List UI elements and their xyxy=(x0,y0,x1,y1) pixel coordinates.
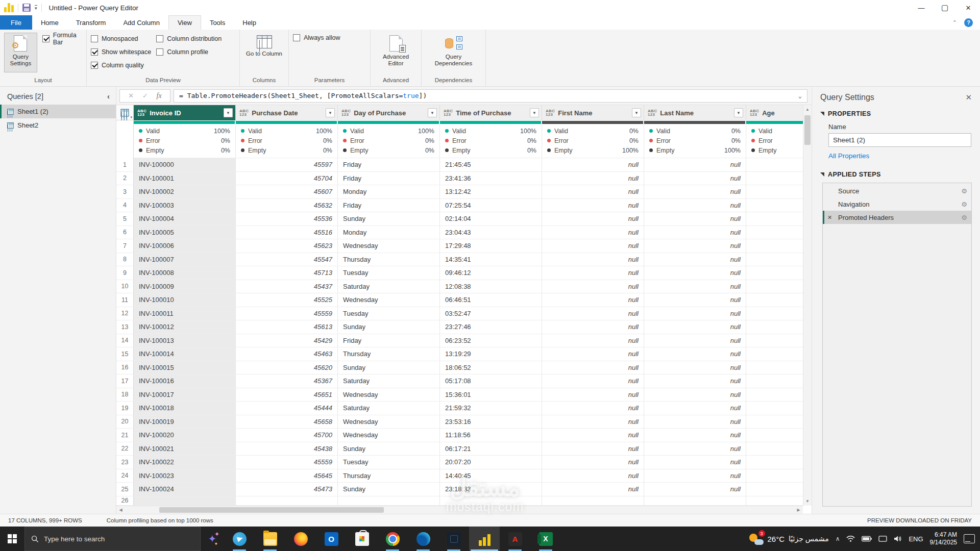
cell[interactable]: 21:59:32 xyxy=(440,402,542,415)
cell[interactable] xyxy=(746,388,803,402)
cell[interactable]: Monday xyxy=(338,226,440,240)
cell[interactable]: 02:14:04 xyxy=(440,212,542,226)
row-number[interactable]: 4 xyxy=(116,199,134,213)
cell[interactable]: 45651 xyxy=(236,388,338,402)
cell[interactable]: null xyxy=(542,388,644,402)
cell[interactable]: 45559 xyxy=(236,456,338,469)
collapse-section-icon[interactable] xyxy=(820,172,824,177)
cell[interactable]: Tuesday xyxy=(338,266,440,280)
tab-transform[interactable]: Transform xyxy=(67,15,115,30)
cell[interactable]: 09:46:12 xyxy=(440,266,542,280)
cell[interactable]: null xyxy=(644,266,746,280)
row-number[interactable]: 2 xyxy=(116,172,134,186)
all-properties-link[interactable]: All Properties xyxy=(828,152,972,160)
cell[interactable]: 45713 xyxy=(236,266,338,280)
cell[interactable]: null xyxy=(542,226,644,240)
cell[interactable]: 45429 xyxy=(236,334,338,348)
cell[interactable]: null xyxy=(542,239,644,253)
tab-help[interactable]: Help xyxy=(234,15,265,30)
data-type-icon[interactable]: ABC123 xyxy=(750,109,759,117)
data-type-icon[interactable]: ABC123 xyxy=(648,109,657,117)
cell[interactable]: Saturday xyxy=(338,374,440,388)
taskbar-icon-explorer[interactable] xyxy=(255,527,285,551)
cell[interactable]: INV-100023 xyxy=(134,469,236,483)
cell[interactable] xyxy=(440,496,542,506)
cell[interactable] xyxy=(746,226,803,240)
taskbar-icon-telegram[interactable] xyxy=(224,527,255,551)
cell[interactable]: INV-100014 xyxy=(134,347,236,361)
tab-tools[interactable]: Tools xyxy=(201,15,234,30)
taskbar-clock[interactable]: 6:47 AM 9/14/2025 xyxy=(930,531,957,546)
cell[interactable]: 03:52:47 xyxy=(440,307,542,321)
cell[interactable]: null xyxy=(644,320,746,334)
row-number[interactable]: 19 xyxy=(116,402,134,415)
cell[interactable]: Tuesday xyxy=(338,307,440,321)
tab-view[interactable]: View xyxy=(168,15,201,30)
action-center-icon[interactable] xyxy=(964,534,975,543)
cell[interactable]: INV-100007 xyxy=(134,253,236,267)
data-type-icon[interactable]: ABC123 xyxy=(341,109,351,117)
collapse-pane-icon[interactable]: ‹ xyxy=(107,92,110,101)
cell[interactable]: Saturday xyxy=(338,402,440,415)
cell[interactable] xyxy=(236,496,338,506)
cell[interactable]: 11:18:56 xyxy=(440,429,542,442)
cell[interactable]: 23:41:36 xyxy=(440,172,542,186)
cell[interactable]: 45367 xyxy=(236,374,338,388)
cell[interactable]: null xyxy=(542,374,644,388)
always-allow-checkbox[interactable]: Always allow xyxy=(293,33,340,43)
cell[interactable]: 45658 xyxy=(236,415,338,429)
cell[interactable]: 20:07:20 xyxy=(440,456,542,469)
cell[interactable]: INV-100021 xyxy=(134,442,236,456)
filter-dropdown-icon[interactable]: ▼ xyxy=(530,108,539,117)
row-number[interactable]: 15 xyxy=(116,347,134,361)
cell[interactable] xyxy=(746,280,803,294)
cell[interactable]: 45700 xyxy=(236,429,338,442)
applied-step-promoted-headers[interactable]: ✕Promoted Headers⚙ xyxy=(823,211,971,224)
cell[interactable]: 45444 xyxy=(236,402,338,415)
close-pane-icon[interactable]: ✕ xyxy=(965,93,972,102)
cell[interactable]: 06:17:21 xyxy=(440,442,542,456)
show-whitespace-checkbox[interactable]: Show whitespace xyxy=(91,47,151,57)
column-distribution-checkbox[interactable]: Column distribution xyxy=(156,34,222,44)
cell[interactable]: 17:29:48 xyxy=(440,239,542,253)
cell[interactable]: Sunday xyxy=(338,212,440,226)
column-header-purchase-date[interactable]: ABC123Purchase Date▼ xyxy=(236,105,338,120)
cell[interactable] xyxy=(746,307,803,321)
taskbar-icon-acrobat[interactable]: A xyxy=(500,527,530,551)
cell[interactable]: null xyxy=(644,253,746,267)
expand-formula-icon[interactable]: ⌄ xyxy=(793,92,802,99)
cell[interactable]: null xyxy=(644,158,746,172)
taskbar-icon-outlook[interactable]: O xyxy=(316,527,347,551)
cell[interactable]: 13:19:29 xyxy=(440,347,542,361)
taskbar-icon-powerbi[interactable] xyxy=(469,527,500,551)
taskbar-icon-firefox[interactable] xyxy=(285,527,316,551)
column-header-first-name[interactable]: ABC123First Name▼ xyxy=(542,105,644,120)
monospaced-checkbox[interactable]: Monospaced xyxy=(91,34,151,44)
cell[interactable]: null xyxy=(542,199,644,213)
cell[interactable]: 45607 xyxy=(236,185,338,199)
weather-widget[interactable]: 3 26°C مشمس جزئيًا xyxy=(748,532,829,546)
cell[interactable]: Monday xyxy=(338,185,440,199)
cell[interactable]: 06:46:51 xyxy=(440,293,542,307)
applied-step-source[interactable]: Source⚙ xyxy=(823,184,971,197)
cell[interactable]: 06:23:52 xyxy=(440,334,542,348)
cell[interactable] xyxy=(746,483,803,496)
cell[interactable]: 45620 xyxy=(236,361,338,375)
cell[interactable]: 14:35:41 xyxy=(440,253,542,267)
step-settings-gear-icon[interactable]: ⚙ xyxy=(961,187,967,195)
cell[interactable]: null xyxy=(542,347,644,361)
cell[interactable] xyxy=(746,374,803,388)
data-type-icon[interactable]: ABC123 xyxy=(239,109,249,117)
taskbar-icon-chrome[interactable] xyxy=(377,527,408,551)
cell[interactable]: null xyxy=(542,402,644,415)
scroll-up-icon[interactable]: ▲ xyxy=(803,105,812,114)
cell[interactable] xyxy=(746,158,803,172)
cell[interactable]: 45437 xyxy=(236,280,338,294)
cell[interactable]: null xyxy=(644,307,746,321)
row-number[interactable]: 11 xyxy=(116,293,134,307)
cell[interactable]: 21:45:45 xyxy=(440,158,542,172)
minimize-button[interactable]: — xyxy=(910,0,933,15)
horizontal-scroll-thumb[interactable] xyxy=(159,507,384,513)
scroll-left-icon[interactable]: ◀ xyxy=(116,506,125,514)
column-header-invoice-id[interactable]: ABC123Invoice ID▼ xyxy=(134,105,236,120)
